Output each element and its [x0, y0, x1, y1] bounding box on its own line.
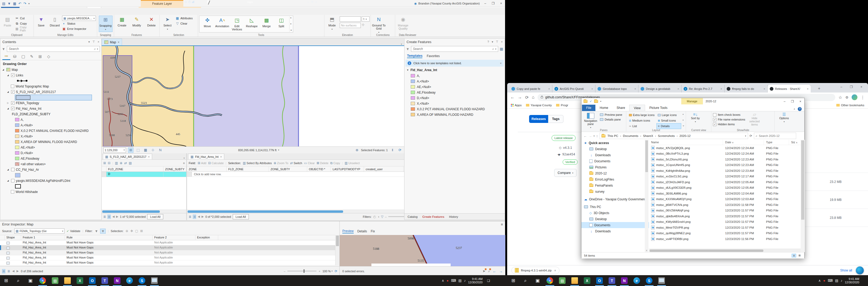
back-icon[interactable]: ←	[584, 134, 587, 138]
column-feature1[interactable]: Feature 1	[21, 235, 65, 240]
refresh-errors-icon[interactable]: ⟳	[335, 269, 337, 273]
excel-taskbar[interactable]: X	[581, 275, 593, 286]
table-column-header[interactable]: FLD_ZONE	[227, 167, 269, 172]
tab-list-dropdown-icon[interactable]: ▾	[399, 43, 404, 46]
tools-scroll-down-icon[interactable]: ▾	[290, 23, 292, 25]
save-edits-button[interactable]: ▼Save	[35, 16, 48, 27]
breadcrumb-segment[interactable]: Screenshots	[658, 134, 679, 138]
table-view-icon[interactable]: ≣	[103, 215, 106, 219]
ground-to-grid-button[interactable]: NGround To Grid▾	[372, 16, 386, 34]
close-tab-icon[interactable]: ×	[721, 87, 722, 90]
close-tab-icon[interactable]: ×	[678, 87, 679, 90]
elevation-mode-button[interactable]: ⬒Mode▾	[326, 16, 339, 31]
file-row[interactable]: mstsc_tZOH2oJAFD.png 12/24/2020 12:05 AM…	[649, 179, 805, 185]
template-ae-null[interactable]: AE,<Null>	[404, 84, 505, 90]
skype-taskbar[interactable]: S	[643, 275, 655, 286]
error-row[interactable]: Fld_Haz_Area_Int Must Not Have Gaps Not …	[0, 240, 335, 245]
selected-records-view-icon[interactable]: ≣	[193, 214, 196, 219]
close-button[interactable]: ×	[797, 98, 804, 105]
collapse-group-icon[interactable]: ▼	[406, 69, 409, 72]
next-record-icon[interactable]: ▶	[202, 215, 204, 218]
back-icon[interactable]: ←	[510, 95, 515, 99]
sidebar-documents-selected[interactable]: Documents	[581, 222, 649, 228]
sidebar-femapanels[interactable]: FemaPanels	[581, 182, 649, 189]
layer-links[interactable]: Links	[0, 73, 101, 78]
layer-checkbox[interactable]	[11, 190, 14, 194]
layer-world-topographic[interactable]: World Topographic Map	[0, 84, 101, 89]
chrome-taskbar[interactable]	[36, 275, 49, 286]
account-name[interactable]: ◉ Brandon (Yavapai County ArcGIS Organiz…	[414, 0, 480, 7]
layout-scroll-down-icon[interactable]: ▾	[683, 119, 684, 121]
next-record-icon[interactable]: ▶	[116, 215, 118, 218]
layer-s-fld-haz-ar[interactable]: S_FLD_HAZ_AR_20201217	[0, 89, 101, 95]
manage-templates-icon[interactable]: ▦	[500, 47, 503, 51]
copy-path-button[interactable]: ▦Copy Path	[15, 26, 32, 31]
table-options-icon[interactable]: ≡	[183, 162, 185, 165]
maximize-button[interactable]: ❐	[788, 98, 797, 105]
remote-desktop-taskbar[interactable]	[148, 275, 161, 286]
network-icon[interactable]: ▤	[458, 279, 462, 283]
pane-close-icon[interactable]: ×	[98, 40, 99, 44]
explorer-search-input[interactable]	[759, 134, 790, 138]
column-shape[interactable]: Shape	[5, 235, 21, 240]
zoom-to-button[interactable]: ⊕Zoom To	[274, 161, 288, 165]
elevation-value-input[interactable]	[340, 17, 361, 22]
close-table-icon[interactable]: ×	[220, 155, 222, 158]
keyboard-icon[interactable]: ⌨	[451, 279, 456, 283]
preview-pane-button[interactable]: Preview pane	[600, 112, 622, 117]
get-z-icon[interactable]: ⊹	[362, 23, 365, 28]
rdp-minimize-button[interactable]: –	[307, 1, 309, 3]
picture-tools-tab[interactable]: Picture Tools	[645, 105, 672, 111]
compare-button[interactable]: Compare▾	[554, 169, 577, 177]
select-by-attributes-icon[interactable]: ▥	[115, 161, 118, 165]
layer-checkbox[interactable]	[11, 85, 14, 88]
file-row[interactable]: mstsc_1CqxxUNmfS.png 12/24/2020 12:23 AM…	[649, 162, 805, 168]
layer-map[interactable]: Map	[0, 67, 101, 73]
layer-cc-fld-haz-ar[interactable]: CC_Fld_Haz_Ar	[0, 167, 101, 172]
edge-taskbar[interactable]: e	[123, 275, 136, 286]
layer-checkbox[interactable]	[11, 74, 14, 77]
list-by-snapping-icon[interactable]: ⊞	[36, 53, 44, 60]
column-feature2[interactable]: Feature 2	[153, 235, 195, 240]
next-error-icon[interactable]: ▶	[17, 269, 19, 273]
refresh-icon[interactable]: ⟳	[750, 134, 752, 138]
tab-releases-sharex[interactable]: Releases · ShareX/ ×	[768, 85, 811, 92]
table-menu-icon[interactable]: ▤	[129, 161, 131, 165]
other-bookmarks[interactable]: Other bookmarks	[836, 104, 864, 107]
qat-customize-icon[interactable]: ▾	[28, 2, 30, 5]
sidebar-2020-12[interactable]: 2020-12	[581, 170, 649, 176]
file-explorer-taskbar[interactable]	[61, 275, 74, 286]
details-pane-button[interactable]: Details pane	[600, 117, 622, 122]
breadcrumb-segment[interactable]: 2020-12	[679, 134, 694, 138]
https-lock-icon[interactable]	[541, 96, 543, 98]
sidebar-onedrive[interactable]: ☁OneDrive - Yavapai County Government	[581, 196, 649, 202]
download-filename[interactable]: ffmpeg-4.3.1-win64.zip	[521, 269, 552, 272]
list-by-drawing-order-icon[interactable]: ≔	[2, 53, 10, 60]
hidden-items-option[interactable]: Hidden items	[713, 122, 745, 126]
explore-tool-icon[interactable]: ⬚	[135, 147, 141, 153]
sidebar-desktop-pinned[interactable]: Desktop	[581, 146, 649, 152]
tools-gallery-expand-icon[interactable]: ⏷	[290, 29, 292, 32]
sidebar-quick-access[interactable]: ★Quick access	[581, 140, 649, 146]
bookmark-folder-yavapai[interactable]: Yavapai County	[526, 104, 552, 107]
tools-scroll-up-icon[interactable]: ▴	[290, 17, 292, 19]
expander-icon[interactable]	[7, 102, 10, 104]
discard-edits-button[interactable]: ▯Discard	[49, 16, 61, 27]
column-zone-subty[interactable]: ZONE_SUBTY	[163, 167, 186, 172]
onenote-taskbar[interactable]: N	[111, 275, 123, 286]
first-record-icon[interactable]: ◀	[197, 215, 200, 218]
file-row[interactable]: mstsc_dULgX9CGER.png 12/24/2020 12:05 AM…	[649, 185, 805, 191]
rdp-pin-icon[interactable]	[185, 1, 187, 3]
pause-drawing-icon[interactable]: ‖	[390, 147, 395, 153]
north-arrow-icon[interactable]: N	[158, 147, 163, 153]
volume-icon[interactable]: ♪	[840, 279, 842, 283]
minimize-button[interactable]: –	[481, 0, 489, 7]
breadcrumb-segment[interactable]: Documents	[623, 134, 643, 138]
add-new-row-prompt[interactable]: Click to add new row.	[192, 173, 223, 176]
select-error-icon[interactable]: ▢	[135, 229, 138, 233]
expander-icon[interactable]	[7, 179, 10, 182]
list-by-selection-icon[interactable]: ▢	[19, 53, 27, 60]
sidebar-downloads-pinned[interactable]: ↓Downloads	[581, 152, 649, 158]
create-features-button[interactable]: ▦Create	[115, 16, 129, 27]
calculate-field-icon[interactable]: ⊟	[108, 161, 111, 165]
